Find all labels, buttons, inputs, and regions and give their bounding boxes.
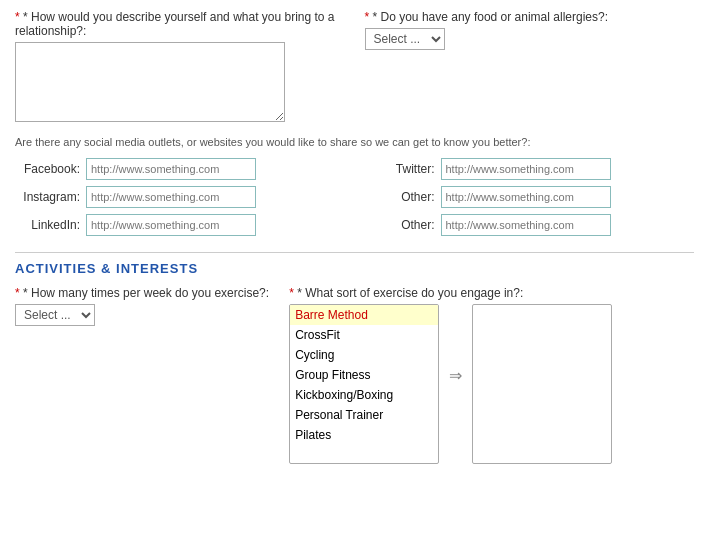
section-divider	[15, 252, 694, 253]
list-item[interactable]: Personal Trainer	[290, 405, 438, 425]
exercise-type-selected-listbox[interactable]	[472, 304, 612, 464]
exercise-type-label: * * What sort of exercise do you engage …	[289, 286, 694, 300]
instagram-input[interactable]	[86, 186, 256, 208]
transfer-right-button[interactable]: ⇒	[447, 364, 464, 387]
exercise-freq-star: *	[15, 286, 20, 300]
linkedin-input[interactable]	[86, 214, 256, 236]
other2-input[interactable]	[441, 214, 611, 236]
linkedin-label: LinkedIn:	[15, 218, 80, 232]
twitter-input[interactable]	[441, 158, 611, 180]
social-note: Are there any social media outlets, or w…	[15, 135, 694, 150]
activities-header: ACTIVITIES & INTERESTS	[15, 261, 694, 276]
right-arrow-icon: ⇒	[449, 367, 462, 384]
exercise-type-star: *	[289, 286, 294, 300]
list-item[interactable]: Pilates	[290, 425, 438, 445]
facebook-label: Facebook:	[15, 162, 80, 176]
list-item[interactable]: Cycling	[290, 345, 438, 365]
describe-star: *	[15, 10, 20, 24]
transfer-arrows: ⇒	[447, 304, 464, 387]
list-item[interactable]: Barre Method	[290, 305, 438, 325]
describe-textarea[interactable]	[15, 42, 285, 122]
other1-label: Other:	[370, 190, 435, 204]
instagram-label: Instagram:	[15, 190, 80, 204]
allergies-label-text: * Do you have any food or animal allergi…	[373, 10, 608, 24]
twitter-label: Twitter:	[370, 162, 435, 176]
other1-input[interactable]	[441, 186, 611, 208]
exercise-freq-label-text: * How many times per week do you exercis…	[23, 286, 269, 300]
describe-label-text: * How would you describe yourself and wh…	[15, 10, 335, 38]
exercise-type-listbox[interactable]: Barre MethodCrossFitCyclingGroup Fitness…	[289, 304, 439, 464]
list-item[interactable]: Kickboxing/Boxing	[290, 385, 438, 405]
allergies-star: *	[365, 10, 370, 24]
exercise-type-label-text: * What sort of exercise do you engage in…	[297, 286, 523, 300]
facebook-input[interactable]	[86, 158, 256, 180]
exercise-freq-label: * * How many times per week do you exerc…	[15, 286, 269, 300]
list-item[interactable]: Group Fitness	[290, 365, 438, 385]
describe-label: * * How would you describe yourself and …	[15, 10, 345, 38]
other2-label: Other:	[370, 218, 435, 232]
allergies-select[interactable]: Select ...	[365, 28, 445, 50]
exercise-freq-select[interactable]: Select ...	[15, 304, 95, 326]
list-item[interactable]: CrossFit	[290, 325, 438, 345]
allergies-label: * * Do you have any food or animal aller…	[365, 10, 695, 24]
